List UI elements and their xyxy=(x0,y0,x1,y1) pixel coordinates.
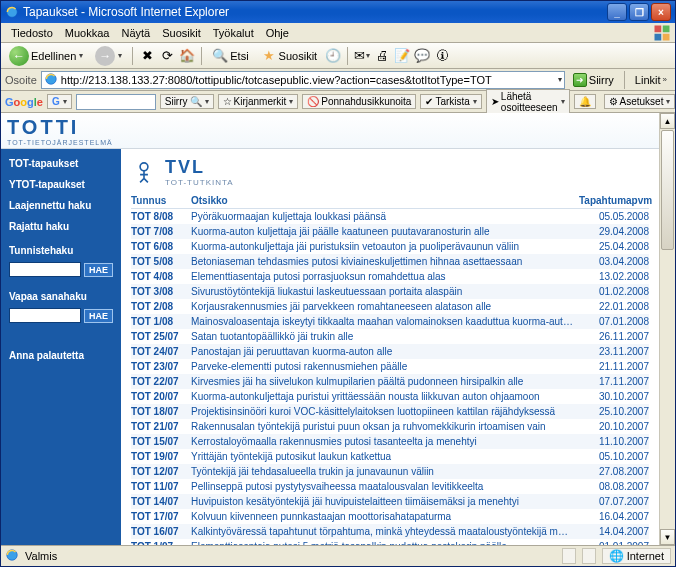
case-id-link[interactable]: TOT 24/07 xyxy=(131,345,191,358)
case-date: 26.11.2007 xyxy=(579,330,649,343)
case-id-link[interactable]: TOT 1/08 xyxy=(131,315,191,328)
case-title-link[interactable]: Yrittäjän työntekijä putosikut laukun ka… xyxy=(191,450,579,463)
vertical-scrollbar[interactable]: ▲ ▼ xyxy=(659,113,675,545)
back-button[interactable]: ← Edellinen ▾ xyxy=(5,44,87,68)
google-check-button[interactable]: ✔ Tarkista▾ xyxy=(420,94,481,109)
case-id-link[interactable]: TOT 15/07 xyxy=(131,435,191,448)
links-button[interactable]: Linkit » xyxy=(631,73,671,87)
case-title-link[interactable]: Sivurustöytöntekijä liukastui laskeutues… xyxy=(191,285,579,298)
case-title-link[interactable]: Parveke-elementti putosi rakennusmiehen … xyxy=(191,360,579,373)
case-id-link[interactable]: TOT 22/07 xyxy=(131,375,191,388)
forward-button[interactable]: → ▾ xyxy=(91,44,126,68)
menu-edit[interactable]: Muokkaa xyxy=(59,25,116,41)
case-id-link[interactable]: TOT 8/08 xyxy=(131,210,191,223)
case-title-link[interactable]: Pellinseppä putosi pystytysvaiheessa maa… xyxy=(191,480,579,493)
case-id-link[interactable]: TOT 20/07 xyxy=(131,390,191,403)
case-id-link[interactable]: TOT 11/07 xyxy=(131,480,191,493)
case-title-link[interactable]: Projektisinsinööri kuroi VOC-käsittelyla… xyxy=(191,405,579,418)
case-id-link[interactable]: TOT 1/07 xyxy=(131,540,191,545)
url-input[interactable] xyxy=(61,73,555,87)
case-title-link[interactable]: Työntekijä jäi tehdasalueella trukin ja … xyxy=(191,465,579,478)
go-button[interactable]: ➜ Siirry xyxy=(569,72,618,88)
case-id-link[interactable]: TOT 16/07 xyxy=(131,525,191,538)
google-bookmarks-button[interactable]: ☆ Kirjanmerkit▾ xyxy=(218,94,299,109)
header-date[interactable]: Tapahtumapvm xyxy=(579,195,649,206)
close-button[interactable]: × xyxy=(651,3,671,21)
case-title-link[interactable]: Satan tuotantopäällikkö jäi trukin alle xyxy=(191,330,579,343)
url-dropdown-icon[interactable]: ▾ xyxy=(558,75,562,84)
case-id-link[interactable]: TOT 5/08 xyxy=(131,255,191,268)
google-go-button[interactable]: Siirry 🔍▾ xyxy=(160,94,214,109)
free-search-button[interactable]: HAE xyxy=(84,309,113,323)
case-id-link[interactable]: TOT 25/07 xyxy=(131,330,191,343)
google-send-button[interactable]: ➤ Lähetä osoitteeseen▾ xyxy=(486,89,570,115)
google-popups-button[interactable]: 🚫 Ponnahdusikkunoita xyxy=(302,94,416,109)
case-id-link[interactable]: TOT 2/08 xyxy=(131,300,191,313)
sidebar-feedback[interactable]: Anna palautetta xyxy=(1,347,121,364)
case-title-link[interactable]: Mainosvaloasentaja iskeytyi tikkaalta ma… xyxy=(191,315,579,328)
discuss-icon[interactable]: 💬 xyxy=(414,48,430,64)
sidebar: TOT-tapaukset YTOT-tapaukset Laajennettu… xyxy=(1,149,121,545)
case-id-link[interactable]: TOT 3/08 xyxy=(131,285,191,298)
id-search-input[interactable] xyxy=(9,262,81,277)
menu-file[interactable]: Tiedosto xyxy=(5,25,59,41)
case-title-link[interactable]: Kolvuun kiivenneen punnkastaajan moottor… xyxy=(191,510,579,523)
table-row: TOT 6/08Kuorma-autonkuljettaja jäi puris… xyxy=(131,239,649,254)
case-title-link[interactable]: Betoniaseman tehdasmies putosi kiviaines… xyxy=(191,255,579,268)
sidebar-item-advanced[interactable]: Laajennettu haku xyxy=(1,197,121,214)
history-icon[interactable]: 🕘 xyxy=(325,48,341,64)
case-id-link[interactable]: TOT 7/08 xyxy=(131,225,191,238)
case-id-link[interactable]: TOT 19/07 xyxy=(131,450,191,463)
refresh-icon[interactable]: ⟳ xyxy=(159,48,175,64)
google-notif-button[interactable]: 🔔 xyxy=(574,94,596,109)
stop-icon[interactable]: ✖ xyxy=(139,48,155,64)
home-icon[interactable]: 🏠 xyxy=(179,48,195,64)
sidebar-item-tot[interactable]: TOT-tapaukset xyxy=(1,155,121,172)
scroll-thumb[interactable] xyxy=(661,130,674,250)
sidebar-item-limited[interactable]: Rajattu haku xyxy=(1,218,121,235)
header-title[interactable]: Otsikko xyxy=(191,195,579,206)
minimize-button[interactable]: _ xyxy=(607,3,627,21)
case-title-link[interactable]: Panostajan jäi peruuttavan kuorma-auton … xyxy=(191,345,579,358)
favorites-button[interactable]: ★ Suosikit xyxy=(257,47,322,65)
case-id-link[interactable]: TOT 14/07 xyxy=(131,495,191,508)
case-title-link[interactable]: Kuorma-autonkuljettaja puristui yrittäes… xyxy=(191,390,579,403)
case-title-link[interactable]: Elementtiasentaja putosi porrasjuoksun r… xyxy=(191,270,579,283)
case-title-link[interactable]: Kalkintyöväressä tapahtunut törpahtuma, … xyxy=(191,525,579,538)
mail-icon[interactable]: ✉▾ xyxy=(354,48,370,64)
maximize-button[interactable]: ❐ xyxy=(629,3,649,21)
print-icon[interactable]: 🖨 xyxy=(374,48,390,64)
case-title-link[interactable]: Korjausrakennusmies jäi parvekkeen romah… xyxy=(191,300,579,313)
case-id-link[interactable]: TOT 17/07 xyxy=(131,510,191,523)
case-id-link[interactable]: TOT 23/07 xyxy=(131,360,191,373)
case-id-link[interactable]: TOT 6/08 xyxy=(131,240,191,253)
sidebar-item-ytot[interactable]: YTOT-tapaukset xyxy=(1,176,121,193)
case-title-link[interactable]: Kuorma-auton kuljettaja jäi päälle kaatu… xyxy=(191,225,579,238)
free-search-input[interactable] xyxy=(9,308,81,323)
case-id-link[interactable]: TOT 4/08 xyxy=(131,270,191,283)
case-title-link[interactable]: Kerrostaloyömaalla rakennusmies putosi t… xyxy=(191,435,579,448)
case-title-link[interactable]: Rakennusalan työntekijä puristui puun ok… xyxy=(191,420,579,433)
header-id[interactable]: Tunnus xyxy=(131,195,191,206)
google-settings-button[interactable]: ⚙ Asetukset▾ xyxy=(604,94,676,109)
scroll-up-button[interactable]: ▲ xyxy=(660,113,675,129)
case-title-link[interactable]: Elementtiasentaja putosi 5 metriä tasapa… xyxy=(191,540,579,545)
google-search-input[interactable] xyxy=(76,94,156,110)
google-brand-button[interactable]: G▾ xyxy=(47,94,72,109)
edit-icon[interactable]: 📝 xyxy=(394,48,410,64)
case-title-link[interactable]: Pyöräkuormaajan kuljettaja loukkasi pään… xyxy=(191,210,579,223)
case-title-link[interactable]: Kuorma-autonkuljettaja jäi puristuksiin … xyxy=(191,240,579,253)
menu-view[interactable]: Näytä xyxy=(115,25,156,41)
case-id-link[interactable]: TOT 18/07 xyxy=(131,405,191,418)
menu-favorites[interactable]: Suosikit xyxy=(156,25,207,41)
case-title-link[interactable]: Kirvesmies jäi ha siivelukon kulmupilari… xyxy=(191,375,579,388)
menu-help[interactable]: Ohje xyxy=(260,25,295,41)
id-search-button[interactable]: HAE xyxy=(84,263,113,277)
menu-tools[interactable]: Työkalut xyxy=(207,25,260,41)
scroll-down-button[interactable]: ▼ xyxy=(660,529,675,545)
case-title-link[interactable]: Huvipuiston kesätyöntekijä jäi huvipuist… xyxy=(191,495,579,508)
case-id-link[interactable]: TOT 12/07 xyxy=(131,465,191,478)
search-button[interactable]: 🔍 Etsi xyxy=(208,47,252,65)
research-icon[interactable]: 🛈 xyxy=(434,48,450,64)
case-id-link[interactable]: TOT 21/07 xyxy=(131,420,191,433)
